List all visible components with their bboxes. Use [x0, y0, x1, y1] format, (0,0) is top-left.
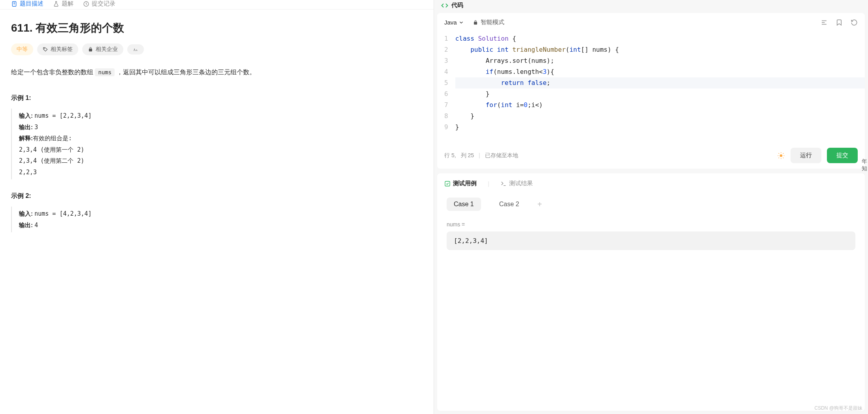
related-tags-button[interactable]: 相关标签	[37, 43, 78, 55]
svg-text:A: A	[136, 49, 138, 51]
case-param-label: nums =	[447, 221, 855, 228]
submit-button[interactable]: 提交	[827, 148, 858, 163]
run-button[interactable]: 运行	[791, 148, 821, 163]
problem-panel: 题目描述 题解 提交记录 611. 有效三角形的个数 中等 相关标签 相关企业 …	[0, 0, 434, 414]
check-square-icon	[444, 181, 451, 187]
test-tabs: 测试用例 | 测试结果	[437, 177, 865, 194]
tags-row: 中等 相关标签 相关企业 AA	[11, 43, 423, 55]
tab-test-results[interactable]: 测试结果	[500, 180, 533, 187]
case-param-value[interactable]: [2,2,3,4]	[447, 231, 855, 250]
code-header: 代码	[434, 0, 868, 13]
tab-submissions-label: 提交记录	[92, 0, 115, 8]
line-gutter: 123456789	[437, 33, 455, 133]
editor-toolbar: Java 智能模式	[437, 13, 865, 32]
svg-text:A: A	[133, 48, 136, 52]
svg-point-9	[780, 154, 783, 157]
case-input: nums = [2,2,3,4]	[437, 215, 865, 250]
svg-rect-10	[445, 181, 450, 186]
history-icon	[83, 1, 89, 7]
related-company-button[interactable]: 相关企业	[82, 43, 123, 55]
smart-mode-toggle[interactable]: 智能模式	[473, 19, 504, 26]
lock-icon	[473, 20, 478, 25]
tab-solution-label: 题解	[62, 0, 74, 8]
lock-icon	[88, 47, 93, 52]
example-2-block: 输入: nums = [4,2,3,4] 输出: 4	[11, 207, 423, 232]
tab-description[interactable]: 题目描述	[11, 0, 43, 9]
tab-description-label: 题目描述	[20, 0, 43, 8]
code-body[interactable]: class Solution { public int triangleNumb…	[455, 33, 865, 133]
language-select[interactable]: Java	[444, 19, 464, 26]
case-tab-1[interactable]: Case 1	[447, 198, 481, 211]
watermark: CSDN @狗哥不是甜妹	[814, 405, 862, 412]
terminal-icon	[500, 181, 507, 187]
cursor-info: 行 5, 列 25 | 已存储至本地	[444, 152, 518, 159]
chevron-down-icon	[459, 20, 464, 25]
side-text: 年 知	[862, 158, 867, 172]
document-icon	[11, 1, 17, 7]
code-icon	[441, 2, 448, 9]
font-icon: AA	[133, 47, 138, 52]
case-tab-2[interactable]: Case 2	[492, 198, 526, 211]
editor-footer: 行 5, 列 25 | 已存储至本地 运行 提交	[437, 142, 865, 169]
example-1-block: 输入: nums = [2,2,3,4] 输出: 3 解释:有效的组合是: 2,…	[11, 109, 423, 179]
inline-code: nums	[95, 68, 115, 76]
format-icon[interactable]	[821, 19, 828, 26]
problem-content: 611. 有效三角形的个数 中等 相关标签 相关企业 AA 给定一个包含非负整数…	[0, 9, 434, 256]
add-case-button[interactable]: +	[537, 200, 542, 209]
reset-icon[interactable]	[851, 19, 858, 26]
debug-icon[interactable]	[777, 152, 785, 160]
tab-submissions[interactable]: 提交记录	[83, 0, 115, 9]
code-editor[interactable]: 123456789 class Solution { public int tr…	[437, 32, 865, 142]
tab-solution[interactable]: 题解	[53, 0, 74, 9]
case-tabs: Case 1 Case 2 +	[437, 194, 865, 215]
font-size-button[interactable]: AA	[127, 44, 144, 55]
tag-icon	[43, 47, 48, 52]
example-1-title: 示例 1:	[11, 94, 423, 102]
editor-wrap: Java 智能模式 123456789 class Solution {	[437, 13, 865, 169]
difficulty-badge: 中等	[11, 43, 33, 55]
tab-test-cases[interactable]: 测试用例	[444, 180, 477, 187]
problem-title: 611. 有效三角形的个数	[11, 21, 423, 36]
test-panel: 测试用例 | 测试结果 Case 1 Case 2 + nums = [2,2,…	[437, 173, 865, 411]
editor-panel: 代码 Java 智能模式 123456789	[434, 0, 868, 414]
bookmark-icon[interactable]	[836, 19, 843, 26]
example-2-title: 示例 2:	[11, 192, 423, 200]
left-tabs: 题目描述 题解 提交记录	[0, 0, 434, 9]
svg-point-3	[44, 48, 45, 49]
problem-description: 给定一个包含非负整数的数组 nums ，返回其中可以组成三角形三条边的三元组个数…	[11, 66, 423, 78]
flask-icon	[53, 1, 59, 7]
